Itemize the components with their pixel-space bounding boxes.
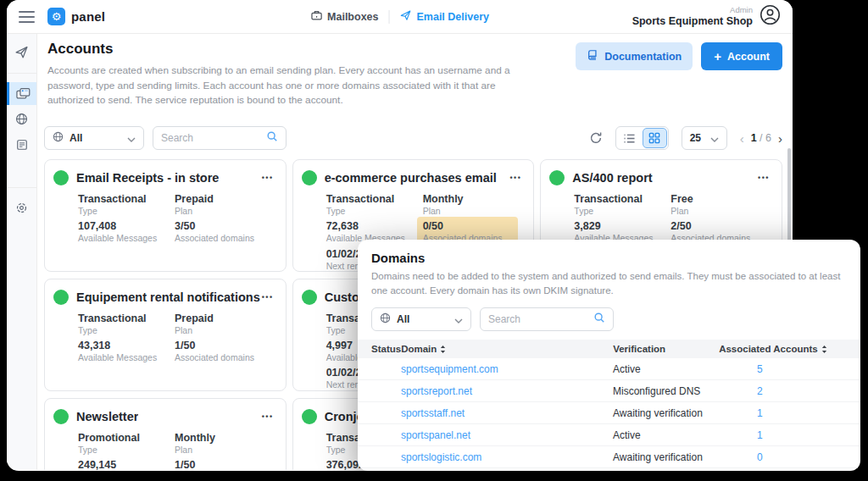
chevron-down-icon (127, 130, 136, 146)
domain-link[interactable]: sportsreport.net (401, 385, 472, 397)
account-card[interactable]: Newsletter ••• PromotionalType MonthlyPl… (44, 398, 287, 470)
refresh-icon[interactable] (589, 131, 603, 145)
account-name: e-commerce purchases email (325, 171, 497, 185)
page-title: Accounts (47, 41, 524, 58)
sidebar-divider (7, 73, 36, 74)
verification-status: Awaiting verification (613, 451, 719, 463)
domains-description: Domains need to be added to the system a… (371, 269, 843, 297)
hamburger-menu-icon[interactable] (19, 11, 35, 23)
nav-mailboxes-label: Mailboxes (327, 11, 378, 23)
chevron-down-icon (710, 130, 719, 146)
documentation-button[interactable]: Documentation (576, 42, 693, 70)
status-dot (302, 409, 317, 424)
globe-icon (53, 130, 64, 146)
sidebar-item-send[interactable] (7, 41, 36, 64)
domain-link[interactable]: sportsequipment.com (401, 363, 498, 375)
search-icon[interactable] (593, 312, 605, 327)
view-toggle (615, 126, 669, 150)
domain-search-input[interactable] (488, 313, 593, 325)
top-nav: Mailboxes Email Delivery (310, 9, 489, 24)
accounts-toolbar: All 25 (44, 126, 782, 150)
column-domain: Domain (401, 344, 437, 354)
domain-row: sportsstaff.net Awaiting verification 1 (358, 402, 860, 424)
more-menu-icon[interactable]: ••• (260, 291, 275, 303)
mailbox-icon (310, 9, 322, 24)
verification-status: Misconfigured DNS (613, 385, 719, 397)
plus-icon: + (714, 53, 721, 61)
sidebar-item-domains[interactable] (7, 108, 36, 130)
sidebar (7, 34, 37, 470)
status-dot (53, 409, 69, 424)
associated-accounts-link[interactable]: 2 (757, 385, 763, 397)
sort-domain-icon[interactable] (440, 345, 446, 354)
app-logo[interactable]: ⚙ panel (47, 8, 105, 25)
next-page-icon[interactable]: › (778, 132, 782, 145)
domain-link[interactable]: sportspanel.net (401, 429, 470, 441)
associated-accounts-link[interactable]: 0 (757, 451, 763, 463)
nav-mailboxes[interactable]: Mailboxes (310, 9, 378, 24)
prev-page-icon[interactable]: ‹ (740, 132, 744, 145)
sort-accounts-icon[interactable] (821, 345, 827, 354)
status-dot (302, 290, 317, 305)
sidebar-divider (7, 187, 36, 188)
more-menu-icon[interactable]: ••• (260, 411, 275, 423)
associated-accounts-link[interactable]: 1 (757, 407, 763, 419)
domain-row: sportsreport.net Misconfigured DNS 2 (358, 380, 860, 402)
sidebar-item-settings[interactable] (7, 196, 36, 219)
nav-divider (388, 10, 389, 24)
account-card[interactable]: Equipement rental notifications ••• Tran… (44, 279, 287, 391)
domains-panel: Domains Domains need to be added to the … (358, 240, 860, 471)
domains-title: Domains (371, 251, 847, 265)
total-pages: 6 (765, 132, 771, 144)
more-menu-icon[interactable]: ••• (508, 172, 523, 184)
search-icon[interactable] (266, 130, 278, 146)
page-size-select[interactable]: 25 (682, 126, 727, 150)
column-status: Status (371, 344, 401, 354)
sidebar-item-logs[interactable] (7, 133, 36, 156)
scrollbar[interactable] (787, 148, 791, 241)
column-verification: Verification (613, 344, 719, 354)
sidebar-item-accounts[interactable] (7, 82, 36, 105)
book-icon (587, 49, 598, 64)
status-dot (53, 290, 69, 305)
grid-view-button[interactable] (643, 128, 667, 148)
domain-row: sportsequipment.com Active 5 (358, 358, 860, 380)
user-menu[interactable]: Admin Sports Equipment Shop (632, 4, 781, 29)
page-description: Accounts are created when subscribing to… (47, 64, 524, 108)
more-menu-icon[interactable]: ••• (260, 172, 275, 184)
nav-email-delivery-label: Email Delivery (416, 11, 488, 23)
domains-toolbar: All (371, 307, 847, 331)
domain-row: sportspanel.net Active 1 (358, 424, 860, 446)
account-name: Email Receipts - in store (76, 171, 219, 185)
account-name: AS/400 report (572, 171, 652, 185)
topbar: ⚙ panel Mailboxes Email Delivery Admin S… (7, 0, 793, 34)
column-associated-accounts: Associated Accounts (719, 344, 818, 354)
domain-search (480, 307, 614, 331)
list-view-button[interactable] (617, 128, 642, 148)
pagination: ‹ 1 / 6 › (740, 132, 782, 145)
verification-status: Active (613, 429, 719, 441)
domain-link[interactable]: sportsstaff.net (401, 407, 465, 419)
logo-text: panel (71, 9, 105, 24)
user-name: Sports Equipment Shop (632, 15, 753, 28)
domain-filter-select[interactable]: All (371, 307, 471, 331)
account-filter-select[interactable]: All (44, 126, 144, 150)
associated-accounts-link[interactable]: 5 (757, 363, 763, 375)
globe-icon (380, 312, 391, 327)
more-menu-icon[interactable]: ••• (756, 172, 771, 184)
verification-status: Active (613, 363, 719, 375)
nav-email-delivery[interactable]: Email Delivery (399, 9, 488, 24)
add-account-button[interactable]: + Account (701, 42, 782, 70)
chevron-down-icon (454, 312, 463, 327)
user-role: Admin (632, 5, 753, 14)
status-dot (302, 170, 317, 185)
account-search-input[interactable] (161, 132, 266, 144)
associated-accounts-link[interactable]: 1 (757, 429, 763, 441)
domain-link[interactable]: sportslogistic.com (401, 451, 481, 463)
status-dot (549, 170, 565, 185)
avatar-icon[interactable] (760, 4, 781, 29)
account-card[interactable]: Email Receipts - in store ••• Transactio… (44, 159, 287, 272)
logo-gear-icon: ⚙ (47, 8, 65, 25)
account-search (153, 126, 287, 150)
domains-table-header: Status Domain Verification Associated Ac… (358, 340, 860, 358)
